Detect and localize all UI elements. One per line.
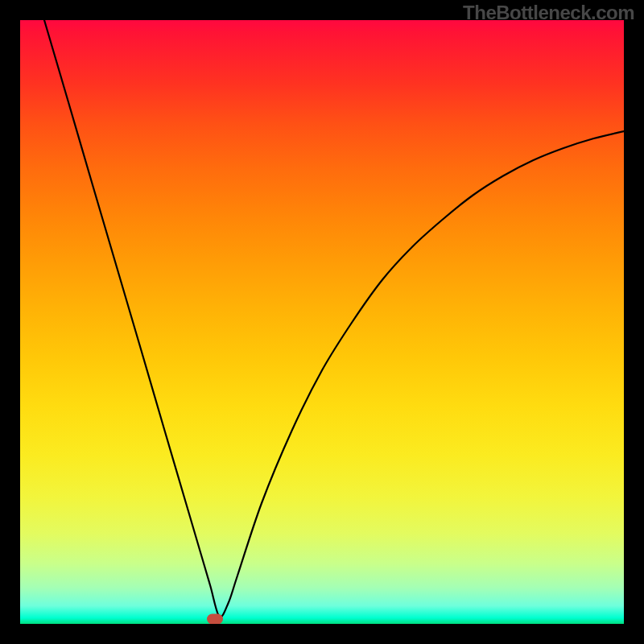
bottleneck-curve bbox=[44, 20, 624, 617]
plot-area bbox=[20, 20, 624, 624]
minimum-marker bbox=[207, 614, 223, 625]
curve-svg bbox=[20, 20, 624, 624]
watermark-text: TheBottleneck.com bbox=[463, 2, 634, 24]
